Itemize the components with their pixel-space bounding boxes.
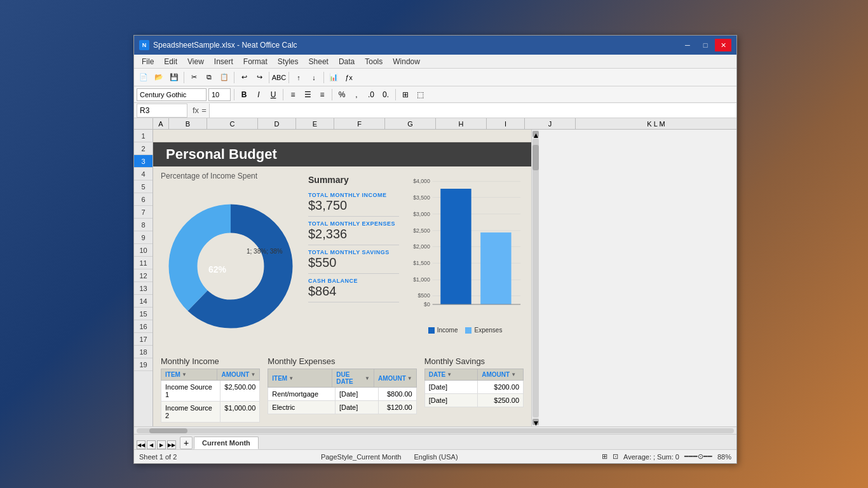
expense-item-1: Rent/mortgage	[268, 388, 336, 400]
corner-cell	[134, 118, 153, 129]
merge-cells-button[interactable]: ⊞	[399, 88, 412, 101]
menu-styles[interactable]: Styles	[273, 56, 304, 67]
menu-bar: File Edit View Insert Format Styles Shee…	[134, 55, 736, 69]
expenses-item-header[interactable]: ITEM ▼	[268, 369, 332, 387]
total-monthly-income-value: $3,750	[308, 198, 399, 213]
open-button[interactable]: 📂	[152, 71, 166, 85]
monthly-income-title: Monthly Income	[161, 356, 260, 366]
view-page-icon[interactable]: ⊡	[613, 452, 618, 461]
expenses-amount-header[interactable]: AMOUNT ▼	[374, 369, 416, 387]
income-source-1-amount: $2,500.00	[220, 381, 259, 401]
italic-button[interactable]: I	[252, 88, 265, 101]
income-row-1: Income Source 1 $2,500.00	[161, 381, 260, 402]
menu-data[interactable]: Data	[334, 56, 360, 67]
expenses-row-1: Rent/mortgage [Date] $800.00	[268, 388, 416, 401]
svg-text:$1,000: $1,000	[413, 276, 430, 283]
save-button[interactable]: 💾	[167, 71, 181, 85]
formula-bar: R3 fx =	[134, 103, 736, 118]
savings-amount-header[interactable]: AMOUNT ▼	[478, 369, 523, 380]
sheet-tab-current-month[interactable]: Current Month	[194, 437, 259, 449]
menu-tools[interactable]: Tools	[360, 56, 388, 67]
underline-button[interactable]: U	[267, 88, 280, 101]
add-sheet-button[interactable]: +	[180, 437, 193, 449]
copy-button[interactable]: ⧉	[202, 71, 216, 85]
chart-button[interactable]: 📊	[327, 71, 341, 85]
undo-button[interactable]: ↩	[237, 71, 251, 85]
column-headers: A B C D E F G H I J K L M	[134, 118, 736, 130]
view-normal-icon[interactable]: ⊞	[602, 452, 607, 461]
tab-next-btn[interactable]: ▶	[157, 440, 166, 449]
redo-button[interactable]: ↪	[252, 71, 266, 85]
title-bar-controls: ─ □ ✕	[679, 39, 731, 51]
scroll-thumb-h	[149, 428, 187, 433]
expenses-due-date-header[interactable]: DUE DATE ▼	[332, 369, 374, 387]
align-right-button[interactable]: ≡	[316, 88, 329, 101]
menu-view[interactable]: View	[182, 56, 209, 67]
menu-window[interactable]: Window	[388, 56, 425, 67]
scroll-up-btn[interactable]: ▲	[532, 131, 539, 137]
summary-item-expenses: TOTAL MONTHLY EXPENSES $2,336	[308, 220, 399, 245]
bold-button[interactable]: B	[238, 88, 250, 101]
cell-reference[interactable]: R3	[137, 104, 187, 118]
new-button[interactable]: 📄	[137, 71, 151, 85]
sort-asc-button[interactable]: ↑	[292, 71, 306, 85]
row-num-17: 17	[134, 333, 153, 346]
sheet-tabs: ◀◀ ◀ ▶ ▶▶ + Current Month	[134, 434, 736, 449]
tab-first-btn[interactable]: ◀◀	[137, 440, 146, 449]
due-date-dropdown-icon: ▼	[365, 376, 370, 381]
menu-format[interactable]: Format	[238, 56, 273, 67]
savings-row-1: [Date] $200.00	[424, 381, 524, 394]
spell-check-button[interactable]: ABC	[272, 71, 286, 85]
menu-insert[interactable]: Insert	[209, 56, 238, 67]
income-source-1-label: Income Source 1	[161, 381, 220, 401]
window-title: SpeadsheetSample.xlsx - Neat Office Calc	[153, 41, 297, 50]
exp-amount-dropdown-icon: ▼	[407, 376, 412, 381]
menu-edit[interactable]: Edit	[159, 56, 182, 67]
decrease-decimal-button[interactable]: 0.	[379, 88, 392, 101]
maximize-button[interactable]: □	[697, 39, 714, 51]
expense-date-1: [Date]	[336, 388, 379, 400]
status-left: Sheet 1 of 2	[139, 453, 177, 461]
h-scrollbar[interactable]	[134, 426, 736, 434]
fx-icon[interactable]: fx	[193, 105, 199, 115]
income-item-header[interactable]: ITEM ▼	[161, 369, 217, 380]
zoom-slider[interactable]: ━━━⊙━━	[684, 452, 712, 461]
paste-button[interactable]: 📋	[217, 71, 231, 85]
percent-button[interactable]: %	[336, 88, 348, 101]
comma-button[interactable]: ,	[350, 88, 363, 101]
borders-button[interactable]: ⬚	[414, 88, 426, 101]
close-button[interactable]: ✕	[715, 39, 731, 51]
increase-decimal-button[interactable]: .0	[365, 88, 377, 101]
font-name-input[interactable]: Century Gothic	[137, 88, 207, 101]
tab-prev-btn[interactable]: ◀	[147, 440, 156, 449]
cut-button[interactable]: ✂	[187, 71, 201, 85]
content-area: 1 2 3 4 5 6 7 8 9 10 11 12 13 14 15 16 1…	[134, 130, 736, 426]
scroll-track-v[interactable]	[532, 139, 539, 417]
function-button[interactable]: ƒx	[342, 71, 356, 85]
income-source-2-label: Income Source 2	[161, 402, 220, 422]
savings-date-header[interactable]: DATE ▼	[425, 369, 478, 380]
income-amount-header[interactable]: AMOUNT ▼	[217, 369, 259, 380]
v-scrollbar[interactable]: ▲ ▼	[531, 130, 539, 426]
col-header-f: F	[334, 118, 385, 129]
scroll-down-btn[interactable]: ▼	[532, 419, 539, 425]
font-bar: Century Gothic 10 B I U ≡ ☰ ≡ % , .0 0. …	[134, 86, 736, 103]
savings-date-1: [Date]	[425, 381, 478, 393]
formula-input[interactable]	[209, 104, 736, 118]
tab-last-btn[interactable]: ▶▶	[167, 440, 176, 449]
equals-icon[interactable]: =	[201, 105, 207, 115]
sort-desc-button[interactable]: ↓	[307, 71, 321, 85]
align-left-button[interactable]: ≡	[287, 88, 299, 101]
row-num-2: 2	[134, 142, 153, 155]
dashboard-area: Personal Budget Percentage of Income Spe…	[153, 130, 531, 426]
row-num-16: 16	[134, 320, 153, 333]
scroll-track-h[interactable]	[137, 428, 734, 433]
menu-sheet[interactable]: Sheet	[304, 56, 334, 67]
minimize-button[interactable]: ─	[679, 39, 696, 51]
menu-file[interactable]: File	[137, 56, 159, 67]
col-header-c: C	[207, 118, 258, 129]
col-header-h: H	[436, 118, 487, 129]
font-size-input[interactable]: 10	[208, 88, 231, 101]
sheet-info: Sheet 1 of 2	[139, 453, 177, 461]
align-center-button[interactable]: ☰	[301, 88, 314, 101]
